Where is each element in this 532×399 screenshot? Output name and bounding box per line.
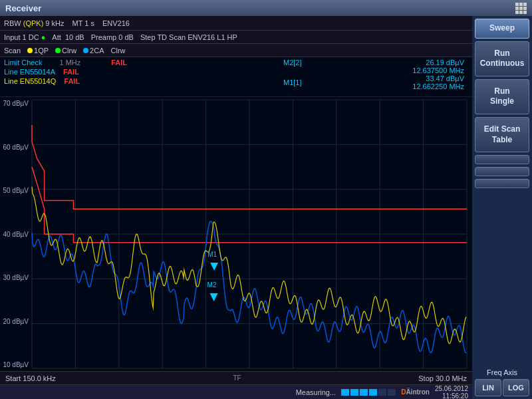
m1-marker: M1[1]: [283, 78, 302, 86]
en55014a-label: Line EN55014A: [4, 68, 55, 76]
freq-axis-label: Freq Axis: [475, 368, 529, 376]
att-info: Att 10 dB: [52, 33, 84, 41]
pb4: [369, 389, 377, 396]
m2-freq: 12.637500 MHz: [412, 66, 464, 74]
pb6: [388, 389, 396, 396]
mhz-label: 1 MHz: [59, 59, 80, 66]
info-bar: RBW (QPK) 9 kHz MT 1 s ENV216: [0, 16, 472, 31]
env-info: ENV216: [102, 19, 130, 27]
en55014q-row: Line EN55014Q FAIL: [4, 77, 150, 85]
pb2: [350, 389, 358, 396]
status-bar: Measuring... DÄintron 25.06.2012 11:56:2…: [0, 384, 472, 399]
m2-marker: M2[2]: [283, 59, 302, 66]
spectrum-canvas: [0, 97, 472, 371]
dot-green-icon: [55, 48, 61, 53]
pb1: [341, 389, 349, 396]
m2-value: 26.19 dBµV: [412, 59, 464, 66]
dot-blue-icon: [83, 48, 88, 53]
fail1: FAIL: [111, 59, 127, 66]
freq-axis-group: LIN LOG: [475, 379, 529, 396]
input-label: Input 1 DC ●: [4, 33, 45, 41]
scan-item-clrw2: Clrw: [111, 47, 126, 55]
pb3: [360, 389, 368, 396]
scan-bar: Scan 1QP Clrw 2CA Clrw: [0, 44, 472, 57]
spacer: [475, 191, 529, 364]
grid-icon: [515, 3, 527, 14]
date-text: 25.06.2012: [435, 385, 468, 392]
fail2: FAIL: [63, 68, 79, 76]
run-continuous-button[interactable]: RunContinuous: [475, 41, 529, 76]
fail3: FAIL: [64, 77, 80, 85]
mt-info: MT 1 s: [72, 19, 94, 27]
m1-value: 33.47 dBµV: [412, 74, 464, 82]
preamp-info: Preamp 0 dB: [91, 33, 134, 41]
sweep-button[interactable]: Sweep: [475, 19, 529, 39]
logo-area: DÄintron: [401, 388, 430, 396]
chart-container: 70 dBµV 60 dBµV 50 dBµV 40 dBµV 30 dBµV …: [0, 97, 472, 371]
en55014q-label: Line EN55014Q: [4, 77, 56, 85]
markers-area: Limit Check 1 MHz FAIL Line EN55014A FAI…: [0, 57, 472, 97]
marker-values-right: 26.19 dBµV 12.637500 MHz 33.47 dBµV 12.6…: [412, 59, 464, 90]
title-bar: Receiver: [0, 0, 532, 16]
log-button[interactable]: LOG: [503, 379, 529, 396]
start-freq: Start 150.0 kHz: [5, 374, 56, 382]
limit-check-row: Limit Check 1 MHz FAIL: [4, 59, 150, 66]
measuring-text: Measuring...: [296, 388, 336, 396]
scan-item-1qp: 1QP: [27, 47, 49, 55]
en55014a-row: Line EN55014A FAIL: [4, 68, 150, 76]
rbw-label: RBW (QPK) 9 kHz: [4, 19, 64, 27]
markers-right: M2[2] M1[1] 26.19 dBµV 12.637500 MHz 33.…: [150, 59, 468, 95]
main-layout: RBW (QPK) 9 kHz MT 1 s ENV216 Input 1 DC…: [0, 16, 532, 399]
right-panel: Sweep RunContinuous RunSingle Edit ScanT…: [472, 16, 532, 399]
edit-scan-table-button[interactable]: Edit ScanTable: [475, 117, 529, 152]
title-bar-grid[interactable]: [515, 3, 527, 14]
spectrum-area: RBW (QPK) 9 kHz MT 1 s ENV216 Input 1 DC…: [0, 16, 472, 399]
btn6[interactable]: [475, 167, 529, 176]
progress-area: [341, 389, 396, 396]
tf-label: TF: [233, 374, 241, 382]
dot-yellow-icon: [27, 48, 33, 53]
logo-text2: Äintron: [406, 388, 430, 396]
btn5[interactable]: [475, 155, 529, 164]
run-single-button[interactable]: RunSingle: [475, 79, 529, 114]
scan-item-2ca: 2CA: [83, 47, 104, 55]
m1-freq: 12.662250 MHz: [412, 82, 464, 90]
freq-bar: Start 150.0 kHz TF Stop 30.0 MHz: [0, 371, 472, 384]
input-bar: Input 1 DC ● Att 10 dB Preamp 0 dB Step …: [0, 31, 472, 44]
stop-freq: Stop 30.0 MHz: [418, 374, 467, 382]
btn7[interactable]: [475, 179, 529, 188]
title-text: Receiver: [5, 3, 41, 13]
datetime-area: 25.06.2012 11:56:20: [435, 385, 468, 400]
limit-check-label: Limit Check: [4, 59, 42, 66]
lin-button[interactable]: LIN: [475, 379, 501, 396]
step-info: Step TD Scan ENV216 L1 HP: [140, 33, 237, 41]
scan-item-clrw1: Clrw: [55, 47, 76, 55]
markers-left: Limit Check 1 MHz FAIL Line EN55014A FAI…: [4, 59, 150, 95]
scan-label: Scan: [4, 47, 21, 55]
time-text: 11:56:20: [435, 392, 468, 400]
pb5: [378, 389, 386, 396]
